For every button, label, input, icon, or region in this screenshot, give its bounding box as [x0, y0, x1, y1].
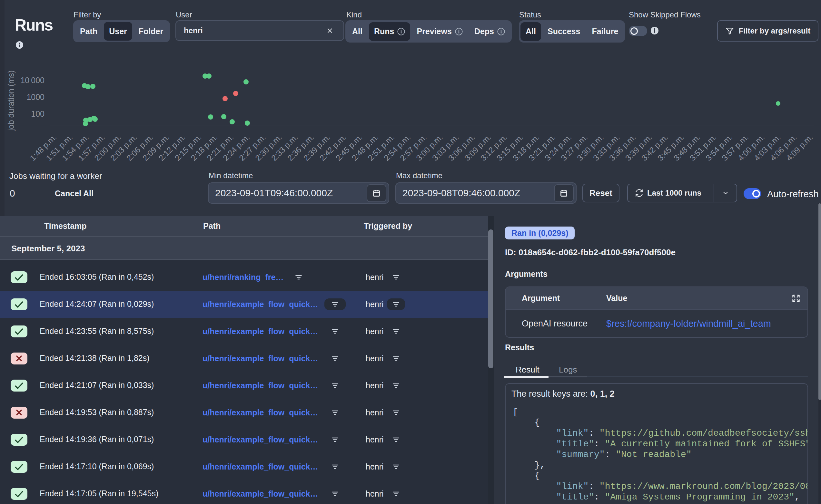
svg-text:1000: 1000: [26, 92, 44, 102]
svg-text:job duration (ms): job duration (ms): [6, 70, 15, 131]
svg-text:100: 100: [31, 109, 44, 118]
svg-text:10 000: 10 000: [20, 76, 44, 85]
